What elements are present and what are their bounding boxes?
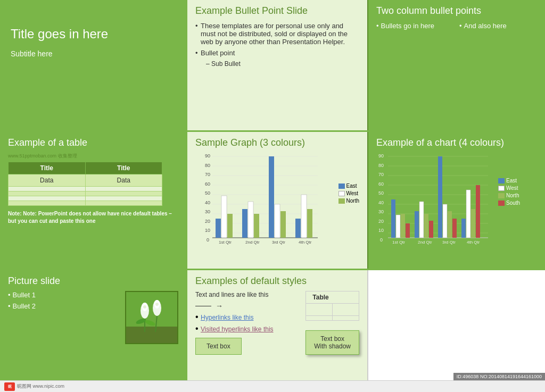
flower-image <box>125 291 178 344</box>
row1-col1: Data <box>9 174 86 187</box>
svg-text:50: 50 <box>205 190 210 196</box>
svg-rect-77 <box>126 327 178 344</box>
svg-text:20: 20 <box>378 219 384 224</box>
svg-text:0: 0 <box>380 237 383 243</box>
svg-rect-24 <box>248 202 253 238</box>
svg-rect-23 <box>242 209 247 238</box>
chart-legend-south-color <box>498 201 505 206</box>
svg-rect-21 <box>221 196 227 238</box>
picture-header: Picture slide <box>8 276 178 287</box>
svg-text:1st Qtr: 1st Qtr <box>219 240 232 245</box>
bar-chart-wrap: 90 80 70 60 50 40 30 20 10 0 <box>195 151 359 247</box>
legend-north-color <box>338 198 345 204</box>
default-header: Examples of default styles <box>195 276 359 287</box>
svg-rect-26 <box>269 156 274 238</box>
svg-text:50: 50 <box>378 190 384 196</box>
table-row <box>9 196 162 201</box>
textbox2-line1: Text box <box>314 335 351 343</box>
svg-rect-68 <box>461 219 466 238</box>
svg-text:4th Qtr: 4th Qtr <box>467 240 480 245</box>
svg-rect-59 <box>406 223 410 238</box>
svg-text:10: 10 <box>205 228 210 233</box>
svg-text:1st Qtr: 1st Qtr <box>392 240 405 245</box>
col2-bullet: And also here <box>464 22 507 30</box>
svg-text:60: 60 <box>378 181 384 187</box>
svg-text:0: 0 <box>207 237 209 243</box>
picture-content: • Bullet 1 • Bullet 2 <box>8 291 178 344</box>
svg-text:90: 90 <box>205 153 210 159</box>
textbox-area: Text box <box>195 338 298 355</box>
svg-rect-69 <box>466 190 470 238</box>
svg-text:4th Qtr: 4th Qtr <box>299 240 312 245</box>
bar-chart-svg: 90 80 70 60 50 40 30 20 10 0 <box>195 151 336 247</box>
sample-cell <box>306 316 333 321</box>
bar-chart4-wrap: 90 80 70 60 50 40 30 20 10 0 <box>376 151 537 247</box>
graph-header: Sample Graph (3 colours) <box>195 137 359 148</box>
chart-legend-south-label: South <box>506 200 520 206</box>
svg-text:20: 20 <box>205 219 210 224</box>
bullet-dot-2: • <box>459 22 462 30</box>
legend-west-label: West <box>346 190 359 196</box>
svg-rect-58 <box>401 214 405 238</box>
svg-text:3rd Qtr: 3rd Qtr <box>442 240 456 245</box>
bullet-item-1: These templates are for personal use onl… <box>195 22 359 46</box>
picture-bullets: • Bullet 1 • Bullet 2 <box>8 291 120 344</box>
flower-svg <box>126 292 178 344</box>
chart-legend-north: North <box>498 193 520 198</box>
picture-bullet-1: • Bullet 1 <box>8 291 120 299</box>
svg-rect-60 <box>415 211 419 238</box>
nipic-icon: 昵 <box>4 382 15 391</box>
svg-rect-63 <box>429 221 433 238</box>
chart-legend-north-color <box>498 193 505 198</box>
svg-rect-56 <box>391 199 395 238</box>
bar-chart4-svg: 90 80 70 60 50 40 30 20 10 0 <box>376 151 496 247</box>
picture-slide-cell: Picture slide • Bullet 1 • Bullet 2 <box>0 270 186 388</box>
arrow-line-graphic <box>195 306 211 306</box>
svg-rect-62 <box>424 214 428 238</box>
table-row: Data Data <box>9 174 162 187</box>
legend-west: West <box>338 190 359 196</box>
chart-header: Example of a chart (4 colours) <box>376 137 537 148</box>
hyperlink-item[interactable]: • Hyperlinks like this <box>195 312 298 322</box>
table-row <box>306 316 359 321</box>
svg-rect-71 <box>476 185 480 238</box>
svg-text:40: 40 <box>378 200 384 205</box>
hyperlink-text[interactable]: Hyperlinks like this <box>201 314 253 321</box>
svg-rect-28 <box>280 211 286 238</box>
bullet-dot-4: • <box>8 302 11 310</box>
text-box-shadow[interactable]: Text box With shadow <box>305 330 359 355</box>
chart-legend-west: West <box>498 185 520 191</box>
svg-point-86 <box>143 305 146 308</box>
visited-item[interactable]: • Visited hyperlinks like this <box>195 324 298 333</box>
table-row: Table <box>306 291 359 304</box>
table-header: Example of a table <box>8 137 178 148</box>
empty-cell <box>367 270 545 388</box>
legend-east-color <box>338 184 345 189</box>
note-label: Note: <box>8 211 22 216</box>
svg-text:30: 30 <box>378 209 384 214</box>
table-cell: Example of a table www.51pptmoban.com 收集… <box>0 132 186 269</box>
chart-legend-east-label: East <box>506 178 517 184</box>
visited-link-text[interactable]: Visited hyperlinks like this <box>201 326 274 333</box>
svg-text:2nd Qtr: 2nd Qtr <box>245 240 260 245</box>
sample-cell <box>306 304 333 316</box>
svg-text:40: 40 <box>205 200 210 205</box>
svg-rect-64 <box>438 156 442 238</box>
two-col-left: • Bullets go in here <box>376 22 454 30</box>
svg-rect-67 <box>452 219 457 238</box>
bullet-item-2: Bullet point <box>195 49 359 57</box>
text-box-plain[interactable]: Text box <box>195 338 242 355</box>
table-row <box>9 201 162 206</box>
chart-legend-south: South <box>498 200 520 206</box>
table-row <box>9 187 162 191</box>
chart-legend-west-color <box>498 186 505 191</box>
footer-bar: 昵 昵图网 www.nipic.com <box>0 380 545 392</box>
svg-rect-27 <box>275 204 280 238</box>
svg-text:10: 10 <box>378 228 384 233</box>
svg-text:60: 60 <box>205 181 210 187</box>
legend-north: North <box>338 198 359 204</box>
arrow-icon: → <box>216 302 223 310</box>
two-col-content: • Bullets go in here • And also here <box>376 22 537 30</box>
svg-rect-66 <box>448 211 452 238</box>
svg-point-87 <box>155 303 159 306</box>
